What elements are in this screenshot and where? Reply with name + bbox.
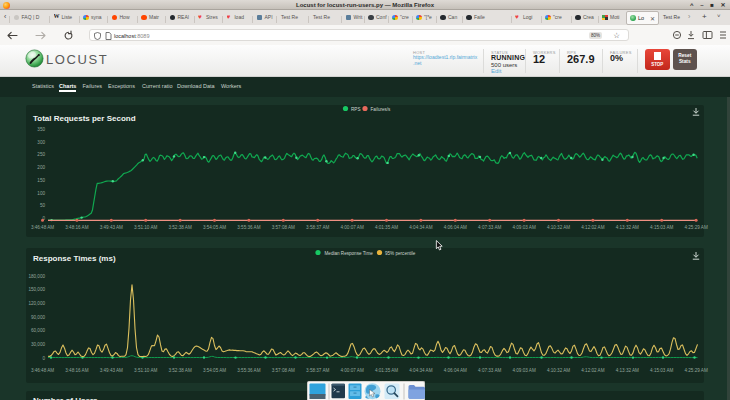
svg-text:4:00:07 AM: 4:00:07 AM [340,225,363,230]
svg-text:0: 0 [42,356,45,361]
svg-text:3:52:38 AM: 3:52:38 AM [168,225,191,230]
svg-text:3:46:48 AM: 3:46:48 AM [31,368,54,373]
svg-text:4:25:29 AM: 4:25:29 AM [684,225,707,230]
svg-text:4:04:34 AM: 4:04:34 AM [409,368,432,373]
svg-text:3:49:43 AM: 3:49:43 AM [100,225,123,230]
svg-text:60,000: 60,000 [31,328,45,333]
svg-text:150,000: 150,000 [28,287,45,292]
svg-text:3:54:05 AM: 3:54:05 AM [203,368,226,373]
svg-text:4:04:34 AM: 4:04:34 AM [409,225,432,230]
svg-text:4:07:33 AM: 4:07:33 AM [478,225,501,230]
svg-text:150: 150 [37,178,45,183]
svg-text:4:09:03 AM: 4:09:03 AM [512,368,535,373]
svg-text:4:07:33 AM: 4:07:33 AM [478,368,501,373]
svg-text:4:01:35 AM: 4:01:35 AM [375,225,398,230]
svg-text:4:00:07 AM: 4:00:07 AM [340,368,363,373]
svg-text:4:25:29 AM: 4:25:29 AM [684,368,707,373]
svg-text:4:12:02 AM: 4:12:02 AM [581,225,604,230]
svg-text:350: 350 [37,127,45,132]
svg-text:Failures/s: Failures/s [371,107,392,112]
svg-text:120,000: 120,000 [28,301,45,306]
svg-text:4:12:02 AM: 4:12:02 AM [581,368,604,373]
svg-text:4:15:03 AM: 4:15:03 AM [650,368,673,373]
svg-text:250: 250 [37,152,45,157]
svg-text:3:54:05 AM: 3:54:05 AM [203,225,226,230]
svg-text:3:46:48 AM: 3:46:48 AM [31,225,54,230]
svg-text:3:57:08 AM: 3:57:08 AM [272,368,295,373]
svg-text:Total Requests per Second: Total Requests per Second [33,114,136,123]
svg-text:4:01:35 AM: 4:01:35 AM [375,368,398,373]
svg-text:4:15:03 AM: 4:15:03 AM [650,225,673,230]
svg-text:3:51:10 AM: 3:51:10 AM [134,368,157,373]
svg-text:100: 100 [37,191,45,196]
svg-text:4:13:32 AM: 4:13:32 AM [616,368,639,373]
svg-text:50: 50 [40,203,46,208]
svg-text:180,000: 180,000 [28,274,45,279]
svg-text:200: 200 [37,165,45,170]
svg-text:4:06:04 AM: 4:06:04 AM [444,225,467,230]
svg-text:3:55:36 AM: 3:55:36 AM [237,368,260,373]
svg-text:RPS: RPS [351,107,360,112]
svg-text:4:10:32 AM: 4:10:32 AM [547,368,570,373]
svg-text:4:13:32 AM: 4:13:32 AM [616,225,639,230]
svg-text:300: 300 [37,140,45,145]
svg-text:3:52:38 AM: 3:52:38 AM [168,368,191,373]
svg-text:Median Response Time: Median Response Time [325,251,374,256]
svg-text:3:51:10 AM: 3:51:10 AM [134,225,157,230]
svg-text:4:09:03 AM: 4:09:03 AM [512,225,535,230]
svg-text:4:10:32 AM: 4:10:32 AM [547,225,570,230]
svg-text:Response Times (ms): Response Times (ms) [33,254,116,263]
svg-text:3:55:36 AM: 3:55:36 AM [237,225,260,230]
svg-text:90,000: 90,000 [31,315,45,320]
svg-text:3:57:08 AM: 3:57:08 AM [272,225,295,230]
svg-text:3:49:43 AM: 3:49:43 AM [100,368,123,373]
svg-text:3:58:37 AM: 3:58:37 AM [306,225,329,230]
svg-text:3:48:16 AM: 3:48:16 AM [65,225,88,230]
svg-text:95% percentile: 95% percentile [385,251,416,256]
svg-text:3:48:16 AM: 3:48:16 AM [65,368,88,373]
svg-text:3:58:37 AM: 3:58:37 AM [306,368,329,373]
svg-text:4:06:04 AM: 4:06:04 AM [444,368,467,373]
svg-text:30,000: 30,000 [31,342,45,347]
